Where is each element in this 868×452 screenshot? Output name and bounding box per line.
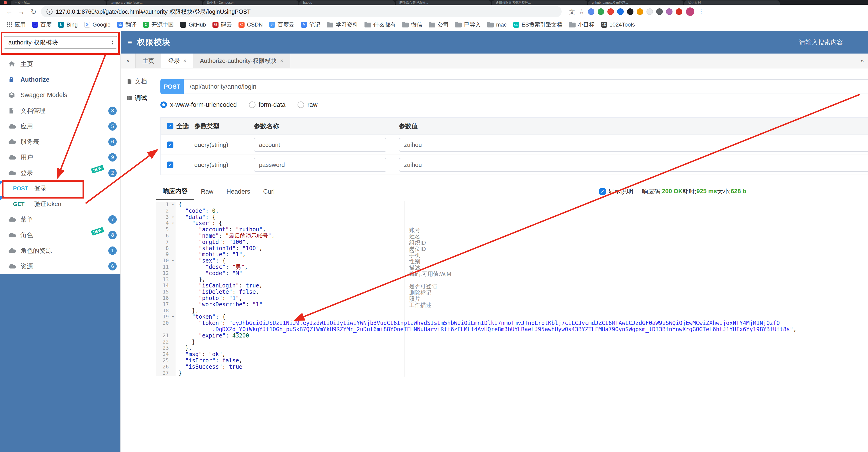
- bookmark-item[interactable]: 小目标: [566, 20, 598, 29]
- fold-icon[interactable]: [170, 277, 176, 283]
- content-type-radio[interactable]: x-www-form-urlencoded: [160, 101, 237, 109]
- tabs-scroll-right-icon[interactable]: »: [856, 54, 868, 68]
- row-checkbox[interactable]: ✓: [167, 142, 174, 148]
- sidebar-item[interactable]: 文档管理3: [0, 103, 120, 118]
- response-tab[interactable]: Curl: [257, 183, 281, 200]
- fold-icon[interactable]: [170, 308, 176, 314]
- fold-icon[interactable]: [170, 245, 176, 252]
- browser-tab[interactable]: habos: [300, 0, 395, 5]
- request-url-input[interactable]: /api/authority/anno/login: [184, 79, 868, 94]
- fold-icon[interactable]: [170, 270, 176, 277]
- extension-icon[interactable]: [647, 8, 653, 15]
- browser-tab[interactable]: SANB - Compose-...: [203, 0, 299, 5]
- sidebar-item[interactable]: Authorize: [0, 72, 120, 87]
- bookmark-item[interactable]: C开源中国: [140, 20, 177, 29]
- extension-icon[interactable]: [666, 8, 673, 15]
- bookmark-item[interactable]: 101024Tools: [598, 20, 638, 29]
- fold-icon[interactable]: [170, 239, 176, 245]
- sidebar-item[interactable]: 菜单7: [0, 212, 120, 227]
- browser-tab[interactable]: github_pages/发布静态...: [588, 0, 683, 5]
- bookmark-item[interactable]: GGoogle: [81, 20, 114, 29]
- sidebar-item[interactable]: 主页: [0, 56, 120, 72]
- content-tab[interactable]: 登录×: [161, 54, 193, 68]
- browser-tab[interactable]: temporary-interface-...: [107, 0, 202, 5]
- profile-avatar[interactable]: [686, 7, 694, 16]
- fold-icon[interactable]: [170, 289, 176, 295]
- bookmark-item[interactable]: 应用: [4, 20, 29, 29]
- sidebar-item[interactable]: 资源6: [0, 258, 120, 274]
- fold-icon[interactable]: [170, 351, 176, 358]
- bookmark-item[interactable]: 已导入: [452, 20, 484, 29]
- sidebar-item[interactable]: 登录NEW2: [0, 165, 120, 181]
- bookmark-item[interactable]: CCSDN: [235, 20, 266, 29]
- service-select[interactable]: authority-权限模块 ▲▼: [4, 36, 117, 49]
- extension-icon[interactable]: [598, 8, 604, 15]
- bookmark-item[interactable]: mac: [484, 20, 510, 29]
- sidebar-item[interactable]: Swagger Models: [0, 87, 120, 103]
- bookmark-item[interactable]: G码云: [209, 20, 235, 29]
- bookmark-star-icon[interactable]: ☆: [579, 8, 584, 16]
- bookmark-item[interactable]: 译翻译: [114, 20, 140, 29]
- browser-tab[interactable]: 若依后台管理系统...: [396, 0, 491, 5]
- tab-debug[interactable]: 调试: [121, 90, 156, 106]
- sidebar-api-item[interactable]: GET验证token: [0, 196, 120, 212]
- show-desc-checkbox[interactable]: ✓: [599, 188, 606, 195]
- response-tab[interactable]: 响应内容: [156, 183, 194, 200]
- sidebar-item[interactable]: 角色的资源1: [0, 243, 120, 259]
- response-tab[interactable]: Headers: [220, 183, 257, 200]
- translate-icon[interactable]: 文: [569, 8, 575, 16]
- browser-tab[interactable]: 通用权限参考资料整理...: [492, 0, 587, 5]
- fold-icon[interactable]: [170, 339, 176, 345]
- fold-icon[interactable]: [170, 302, 176, 308]
- extension-icon[interactable]: [608, 8, 614, 15]
- close-tab-icon[interactable]: ×: [183, 57, 186, 64]
- bookmark-item[interactable]: 微信: [399, 20, 425, 29]
- browser-menu-icon[interactable]: ⋮: [698, 8, 704, 16]
- browser-tab[interactable]: 知识星球: [684, 0, 780, 5]
- fold-icon[interactable]: [170, 326, 176, 333]
- bookmark-item[interactable]: 云百度云: [266, 20, 298, 29]
- close-tab-icon[interactable]: ×: [280, 57, 283, 64]
- response-tab[interactable]: Raw: [194, 183, 220, 200]
- param-name-input[interactable]: password: [254, 158, 386, 172]
- sidebar-item[interactable]: 应用5: [0, 118, 120, 134]
- param-value-input[interactable]: zuihou: [399, 158, 868, 172]
- fold-icon[interactable]: [170, 364, 176, 370]
- sidebar-api-item[interactable]: POST登录: [0, 180, 120, 196]
- fold-icon[interactable]: ▾: [170, 314, 176, 320]
- fold-icon[interactable]: [170, 251, 176, 258]
- content-tab[interactable]: Authorize-authority-权限模块×: [193, 54, 290, 68]
- bookmark-item[interactable]: 公司: [425, 20, 452, 29]
- content-tab[interactable]: 主页: [136, 54, 161, 68]
- extension-icon[interactable]: [656, 8, 663, 15]
- select-all-checkbox[interactable]: ✓: [167, 123, 174, 130]
- fold-icon[interactable]: [170, 333, 176, 339]
- sidebar-item[interactable]: 角色NEW8: [0, 227, 120, 243]
- fold-icon[interactable]: [170, 264, 176, 270]
- bookmark-item[interactable]: ✎笔记: [298, 20, 323, 29]
- fold-icon[interactable]: [170, 283, 176, 289]
- reload-icon[interactable]: ↻: [29, 8, 38, 16]
- menu-toggle-icon[interactable]: ≡: [127, 38, 132, 47]
- param-name-input[interactable]: account: [254, 138, 386, 152]
- fold-icon[interactable]: ▾: [170, 202, 176, 208]
- fold-icon[interactable]: ▾: [170, 220, 176, 226]
- extension-icon[interactable]: [627, 8, 633, 15]
- bookmark-item[interactable]: esES搜索引擎文档: [510, 20, 566, 29]
- sidebar-item[interactable]: 服务表6: [0, 134, 120, 150]
- content-type-radio[interactable]: form-data: [249, 101, 286, 109]
- page-info-icon[interactable]: i: [46, 9, 53, 15]
- fold-icon[interactable]: [170, 295, 176, 302]
- extension-icon[interactable]: [676, 8, 682, 15]
- window-close-button[interactable]: [4, 1, 7, 4]
- bookmark-item[interactable]: 百百度: [29, 20, 55, 29]
- fold-icon[interactable]: [170, 320, 176, 326]
- fold-icon[interactable]: [170, 208, 176, 214]
- extension-icon[interactable]: [588, 8, 594, 15]
- back-icon[interactable]: ←: [5, 8, 14, 16]
- forward-icon[interactable]: →: [17, 8, 26, 16]
- fold-icon[interactable]: [170, 233, 176, 239]
- fold-icon[interactable]: [170, 358, 176, 364]
- tabs-scroll-left-icon[interactable]: «: [121, 54, 136, 68]
- browser-tab[interactable]: 主页 - 温...: [11, 0, 106, 5]
